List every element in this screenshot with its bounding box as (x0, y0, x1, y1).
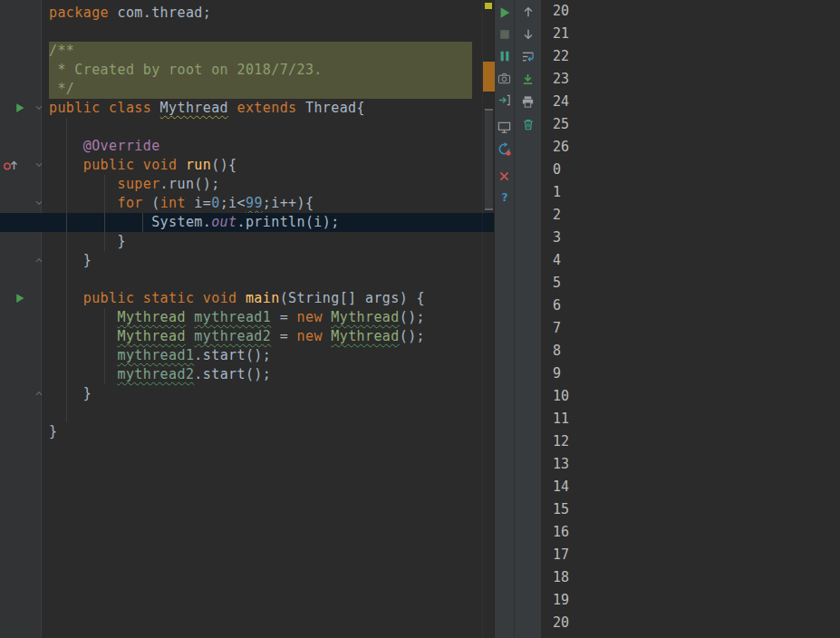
editor-pane: package com.thread;/** * Created by root… (0, 0, 494, 638)
close-button[interactable] (495, 165, 514, 187)
code-line[interactable]: /** (49, 42, 494, 61)
code-line[interactable]: } (49, 384, 494, 403)
console-line: 6 (553, 295, 840, 317)
run-main-button[interactable] (11, 290, 29, 306)
code-line[interactable]: } (49, 422, 494, 441)
indent-guide (142, 213, 143, 232)
indent-guide (104, 308, 105, 384)
down-stack-trace-button[interactable] (515, 23, 541, 45)
code-line[interactable]: public class Mythread extends Thread{ (49, 99, 494, 118)
console-line: 0 (553, 159, 840, 181)
console-line: 3 (553, 227, 840, 249)
pause-output-button[interactable] (495, 45, 514, 67)
code-line[interactable]: mythread1.start(); (49, 346, 494, 365)
console-line: 25 (553, 113, 840, 136)
console-line: 4 (553, 249, 840, 272)
code-line[interactable]: } (49, 251, 494, 270)
console-line: 8 (553, 340, 840, 362)
console-line: 17 (553, 544, 840, 566)
console-line: 21 (553, 23, 840, 45)
selection-stripe-marker[interactable] (483, 62, 495, 92)
editor-scrollbar[interactable] (482, 0, 494, 638)
code-line[interactable] (49, 23, 494, 42)
console-line: 7 (553, 317, 840, 340)
overriding-method-icon[interactable] (2, 157, 20, 173)
code-line[interactable]: } (49, 232, 494, 251)
code-line[interactable]: */ (49, 80, 494, 99)
code-line[interactable]: @Override (49, 137, 494, 156)
help-button[interactable]: ? (495, 187, 514, 208)
console-line: 9 (553, 362, 840, 385)
up-stack-trace-button[interactable] (515, 0, 541, 23)
code-line[interactable] (49, 118, 494, 137)
console-line: 18 (553, 566, 840, 589)
console-line: 14 (553, 476, 840, 498)
scroll-to-end-button[interactable] (515, 68, 541, 91)
indent-guide (104, 175, 105, 251)
console-line: 5 (553, 272, 840, 295)
soft-wrap-button[interactable] (515, 45, 541, 68)
console-output[interactable]: 2021222324252601234567891011121314151617… (541, 0, 840, 638)
console-line: 20 (553, 612, 840, 634)
editor-gutter[interactable] (0, 0, 42, 638)
console-line: 1 (553, 181, 840, 204)
code-line[interactable]: * Created by root on 2018/7/23. (49, 61, 494, 80)
run-class-button[interactable] (11, 100, 29, 116)
stop-button[interactable] (495, 24, 514, 45)
console-line: 15 (553, 498, 840, 521)
indent-guide (66, 118, 67, 422)
console-line: 13 (553, 453, 840, 476)
console-line: 26 (553, 136, 840, 159)
print-button[interactable] (515, 91, 541, 113)
clear-all-button[interactable] (515, 113, 541, 136)
console-line: 24 (553, 91, 840, 113)
console-line: 2 (553, 204, 840, 227)
code-editor[interactable]: package com.thread;/** * Created by root… (42, 0, 494, 638)
code-line[interactable]: System.out.println(i); (49, 213, 494, 232)
console-line: 12 (553, 430, 840, 453)
code-line[interactable]: public void run(){ (49, 156, 494, 175)
console-toolbar (514, 0, 541, 638)
console-line: 22 (553, 45, 840, 68)
dump-threads-button[interactable] (495, 67, 514, 89)
code-line[interactable]: mythread2.start(); (49, 365, 494, 384)
svg-text:?: ? (501, 191, 507, 204)
console-line: 19 (553, 589, 840, 612)
warning-stripe-marker[interactable] (485, 3, 492, 9)
detach-button[interactable] (495, 89, 514, 111)
console-line: 20 (553, 0, 840, 23)
code-line[interactable]: public static void main(String[] args) { (49, 289, 494, 308)
scrollbar-thumb[interactable] (485, 109, 493, 210)
code-line[interactable] (49, 403, 494, 422)
run-toolbar: ? (494, 0, 514, 638)
refresh-button[interactable] (495, 138, 514, 160)
code-line[interactable] (49, 270, 494, 289)
restore-layout-button[interactable] (495, 116, 514, 138)
code-line[interactable]: super.run(); (49, 175, 494, 194)
code-line[interactable]: for (int i=0;i<99;i++){ (49, 194, 494, 213)
rerun-button[interactable] (495, 2, 514, 24)
console-line: 11 (553, 408, 840, 430)
console-line: 16 (553, 521, 840, 544)
ide-root: package com.thread;/** * Created by root… (0, 0, 840, 638)
console-line: 10 (553, 385, 840, 408)
console-line: 23 (553, 68, 840, 91)
code-line[interactable]: package com.thread; (49, 4, 494, 23)
code-line[interactable]: Mythread mythread2 = new Mythread(); (49, 327, 494, 346)
code-line[interactable]: Mythread mythread1 = new Mythread(); (49, 308, 494, 327)
